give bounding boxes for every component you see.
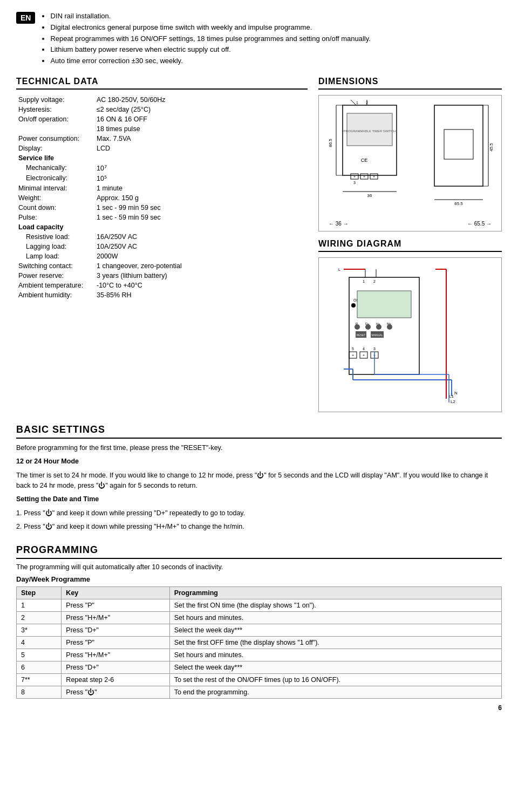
td-value: 3 years (lithium battery) [94, 271, 308, 281]
svg-text:3: 3 [373, 347, 376, 351]
step-prog: To set the rest of the ON/OFF times (up … [169, 673, 501, 686]
td-label: On/off operation: [16, 114, 94, 124]
language-badge: EN [16, 12, 35, 24]
table-row: Resistive load: 16A/250V AC [16, 232, 308, 242]
td-value: AC 180-250V, 50/60Hz [94, 95, 308, 105]
td-value: LCD [94, 144, 308, 153]
bullet-2: Digital electronics general purpose time… [50, 22, 370, 33]
svg-text:45.5: 45.5 [489, 143, 494, 152]
td-label: Pulse: [16, 213, 94, 222]
td-label: Hysteresis: [16, 105, 94, 114]
table-row: Power reserve: 3 years (lithium battery) [16, 271, 308, 281]
td-value [94, 153, 308, 163]
step-prog: Set the first ON time (the display shows… [169, 599, 501, 611]
dim-width-label: ← 36 → [329, 221, 349, 227]
programming-table: Step Key Programming 1 Press "P" Set the… [16, 586, 502, 699]
basic-settings-heading: BASIC SETTINGS [16, 424, 502, 439]
td-value: 1 sec - 59 min 59 sec [94, 213, 308, 222]
bullet-3: Repeat programmes with 16 ON/OFF setting… [50, 33, 370, 45]
svg-text:PROGRAMMABLE TIMER SWITCH: PROGRAMMABLE TIMER SWITCH [344, 129, 396, 133]
hour-mode-title: 12 or 24 Hour Mode [16, 458, 79, 465]
step-num: 4 [17, 636, 62, 649]
table-row: Lagging load: 10A/250V AC [16, 242, 308, 251]
td-value: 1 minute [94, 183, 308, 193]
table-row: 2 Press "H+/M+" Set hours and minutes. [17, 611, 502, 624]
svg-text:3: 3 [353, 181, 356, 185]
svg-text:L2: L2 [451, 399, 455, 404]
td-label: Display: [16, 144, 94, 153]
table-row: Ambient temperature: -10°C to +40°C [16, 281, 308, 290]
svg-text:2: 2 [366, 101, 368, 105]
td-value: 1 sec - 99 min 59 sec [94, 203, 308, 213]
table-row: 7** Repeat step 2-6 To set the rest of t… [17, 673, 502, 686]
svg-text:36: 36 [367, 193, 372, 198]
step-num: 6 [17, 661, 62, 673]
table-row: Load capacity [16, 222, 308, 232]
td-label: Minimal interval: [16, 183, 94, 193]
wiring-diagram-drawing: ON P D+ H+ M+ RESET MANUAL 5 [318, 257, 502, 412]
programming-desc: The programming will quit automatically … [16, 563, 502, 571]
bullet-4: Lithium battery power reserve when elect… [50, 44, 370, 56]
col-programming: Programming [169, 586, 501, 599]
table-row: Weight: Approx. 150 g [16, 193, 308, 203]
step-key: Press "P" [62, 636, 169, 649]
table-row: Ambient humidity: 35-85% RH [16, 290, 308, 300]
td-label: Lagging load: [16, 242, 94, 251]
step-key: Repeat step 2-6 [62, 673, 169, 686]
td-label: Lamp load: [16, 251, 94, 261]
svg-rect-22 [444, 129, 473, 159]
svg-text:+: + [352, 353, 354, 357]
svg-text:L: L [338, 268, 340, 271]
svg-text:CE: CE [361, 158, 368, 163]
intro-bullets: DIN rail installation. Digital electroni… [40, 11, 370, 67]
dimensions-heading: DIMENSIONS [318, 77, 502, 90]
table-row: Power consumption: Max. 7.5VA [16, 134, 308, 144]
svg-text:L1: L1 [449, 394, 454, 399]
right-column: DIMENSIONS PROGRAMMABLE TIMER SWITCH CE … [318, 77, 502, 412]
td-label: Weight: [16, 193, 94, 203]
td-label: Switching contact: [16, 261, 94, 271]
table-row: Mechanically: 10⁷ [16, 163, 308, 173]
td-value: -10°C to +40°C [94, 281, 308, 290]
svg-text:+: + [373, 175, 375, 179]
table-row: 4 Press "P" Set the first OFF time (the … [17, 636, 502, 649]
step-prog: Set the first OFF time (the display show… [169, 636, 501, 649]
table-row: 1 Press "P" Set the first ON time (the d… [17, 599, 502, 611]
table-row: Hysteresis: ≤2 sec/day (25°C) [16, 105, 308, 114]
svg-text:5: 5 [352, 347, 354, 351]
hour-mode-text: The timer is set to 24 hr mode. If you w… [16, 470, 502, 492]
step-prog: Select the week day*** [169, 624, 501, 636]
basic-settings-body: Before programming for the first time, p… [16, 443, 502, 533]
svg-text:N: N [454, 391, 458, 395]
table-row: Supply voltage: AC 180-250V, 50/60Hz [16, 95, 308, 105]
svg-text:1: 1 [363, 279, 365, 283]
td-value: 18 times pulse [94, 124, 308, 134]
svg-point-31 [351, 303, 356, 308]
td-value: Max. 7.5VA [94, 134, 308, 144]
table-row: 3* Press "D+" Select the week day*** [17, 624, 502, 636]
svg-text:2: 2 [373, 279, 376, 283]
td-value: 10⁵ [94, 173, 308, 183]
table-row: Pulse: 1 sec - 59 min 59 sec [16, 213, 308, 222]
svg-text:+: + [353, 175, 356, 179]
svg-line-4 [351, 100, 356, 105]
svg-point-38 [376, 324, 381, 330]
td-value: Approx. 150 g [94, 193, 308, 203]
col-key: Key [62, 586, 169, 599]
step-prog: Select the week day*** [169, 661, 501, 673]
td-value: 10⁷ [94, 163, 308, 173]
svg-rect-32 [357, 291, 411, 318]
td-value [94, 222, 308, 232]
svg-text:86.5: 86.5 [328, 139, 333, 147]
basic-settings-intro: Before programming for the first time, p… [16, 443, 502, 453]
table-row: 5 Press "H+/M+" Set hours and minutes. [17, 649, 502, 661]
step-prog: To end the programming. [169, 686, 501, 698]
svg-text:+: + [363, 175, 365, 179]
svg-text:MANUAL: MANUAL [372, 333, 383, 337]
step-prog: Set hours and minutes. [169, 611, 501, 624]
td-label: Load capacity [16, 222, 94, 232]
wiring-diagram-heading: WIRING DIAGRAM [318, 239, 502, 252]
td-value: 2000W [94, 251, 308, 261]
step-key: Press "D+" [62, 661, 169, 673]
step-key: Press "H+/M+" [62, 611, 169, 624]
